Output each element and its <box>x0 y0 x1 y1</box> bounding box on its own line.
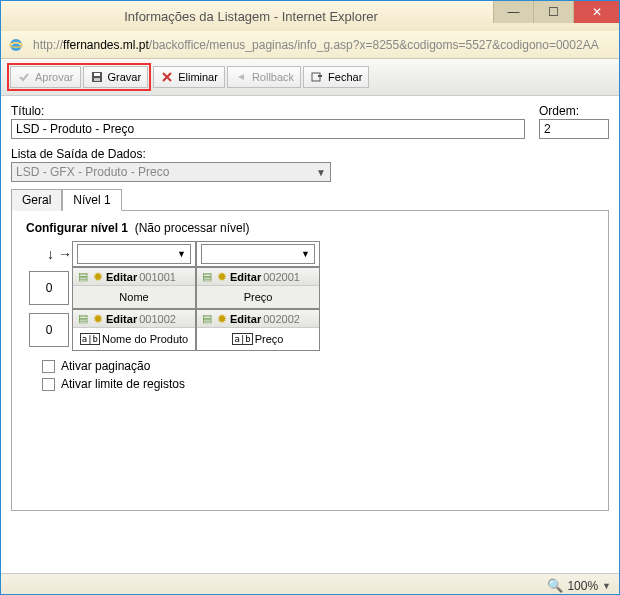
chk-limite-label: Ativar limite de registos <box>61 377 185 391</box>
chk-paginacao-row: Ativar paginação <box>42 359 594 373</box>
config-title: Configurar nível 1 (Não processar nível) <box>26 221 594 235</box>
edit-label: Editar <box>230 271 261 283</box>
content-area: Título: Ordem: Lista de Saída de Dados: … <box>1 96 619 573</box>
titulo-input[interactable] <box>11 119 525 139</box>
cell-name: Preço <box>197 286 319 308</box>
edit-label: Editar <box>106 271 137 283</box>
check-icon <box>17 70 31 84</box>
lista-field: Lista de Saída de Dados: LSD - GFX - Pro… <box>11 147 609 182</box>
lista-select[interactable]: LSD - GFX - Produto - Preco ▼ <box>11 162 331 182</box>
close-button[interactable]: ✕ <box>573 1 619 23</box>
edit-label: Editar <box>106 313 137 325</box>
cell-head: ▤ ✹ Editar 001001 <box>73 268 195 286</box>
cell-id: 001002 <box>139 313 176 325</box>
eliminar-button[interactable]: Eliminar <box>153 66 225 88</box>
chk-paginacao[interactable] <box>42 360 55 373</box>
lista-value: LSD - GFX - Produto - Preco <box>16 165 169 179</box>
window-buttons: — ☐ ✕ <box>493 1 619 31</box>
tab-panel: Configurar nível 1 (Não processar nível)… <box>11 211 609 511</box>
rollback-button[interactable]: Rollback <box>227 66 301 88</box>
status-bar: 🔍 100% ▼ <box>1 573 619 595</box>
url-host: ffernandes.ml.pt <box>63 38 149 52</box>
close-icon <box>310 70 324 84</box>
gravar-button[interactable]: Gravar <box>83 66 149 88</box>
titulo-label: Título: <box>11 104 525 118</box>
chk-limite[interactable] <box>42 378 55 391</box>
titulo-field: Título: <box>11 104 525 139</box>
sheet-icon: ▤ <box>200 270 213 283</box>
url-scheme: http:// <box>33 38 63 52</box>
aprovar-button[interactable]: Aprovar <box>10 66 81 88</box>
cell-head: ▤ ✹ Editar 002002 <box>197 310 319 328</box>
cell-head: ▤ ✹ Editar 002001 <box>197 268 319 286</box>
text-field-icon: a|b <box>80 333 100 345</box>
chevron-down-icon: ▼ <box>177 249 186 259</box>
row1-num[interactable]: 0 <box>29 271 69 305</box>
maximize-button[interactable]: ☐ <box>533 1 573 23</box>
eliminar-label: Eliminar <box>178 71 218 83</box>
cell-name: Nome <box>73 286 195 308</box>
cell-field: a|b Nome do Produto <box>73 328 195 350</box>
chevron-down-icon: ▼ <box>301 249 310 259</box>
text-field-icon: a|b <box>232 333 252 345</box>
chk-paginacao-label: Ativar paginação <box>61 359 150 373</box>
gear-icon: ✹ <box>91 312 104 325</box>
gear-icon: ✹ <box>215 312 228 325</box>
chevron-down-icon[interactable]: ▼ <box>602 581 611 591</box>
arrow-down-icon: ↓ <box>47 246 54 262</box>
aprovar-label: Aprovar <box>35 71 74 83</box>
gravar-label: Gravar <box>108 71 142 83</box>
axis-arrows: ↓ → <box>26 241 72 267</box>
col2-select-cell: ▼ <box>196 241 320 267</box>
sheet-icon: ▤ <box>76 312 89 325</box>
svg-rect-4 <box>94 78 100 81</box>
save-icon <box>90 70 104 84</box>
cell-2-2[interactable]: ▤ ✹ Editar 002002 a|b Preço <box>196 309 320 351</box>
cell-head: ▤ ✹ Editar 001002 <box>73 310 195 328</box>
config-grid: ↓ → ▼ ▼ 0 ▤ ✹ Editar 001001 Nome <box>26 241 594 351</box>
svg-rect-3 <box>94 73 100 76</box>
col2-select[interactable]: ▼ <box>201 244 315 264</box>
config-title-rest: (Não processar nível) <box>135 221 250 235</box>
cell-1-1[interactable]: ▤ ✹ Editar 001001 Nome <box>72 267 196 309</box>
tab-strip: Geral Nível 1 <box>11 188 609 211</box>
ie-icon <box>7 36 25 54</box>
cell-2-1[interactable]: ▤ ✹ Editar 001002 a|b Nome do Produto <box>72 309 196 351</box>
lista-label: Lista de Saída de Dados: <box>11 147 609 161</box>
cell-id: 002001 <box>263 271 300 283</box>
url-display[interactable]: http://ffernandes.ml.pt/backoffice/menus… <box>29 36 613 54</box>
toolbar: Aprovar Gravar Eliminar Rollback Fechar <box>1 59 619 96</box>
row2-num[interactable]: 0 <box>29 313 69 347</box>
cell-id: 001001 <box>139 271 176 283</box>
cell-id: 002002 <box>263 313 300 325</box>
gear-icon: ✹ <box>215 270 228 283</box>
rollback-icon <box>234 70 248 84</box>
highlight-box: Aprovar Gravar <box>7 63 151 91</box>
zoom-icon[interactable]: 🔍 <box>547 578 563 593</box>
gear-icon: ✹ <box>91 270 104 283</box>
chk-limite-row: Ativar limite de registos <box>42 377 594 391</box>
window-title: Informações da Listagem - Internet Explo… <box>9 9 493 24</box>
ordem-input[interactable] <box>539 119 609 139</box>
zoom-value: 100% <box>567 579 598 593</box>
fechar-button[interactable]: Fechar <box>303 66 369 88</box>
config-title-bold: Configurar nível 1 <box>26 221 128 235</box>
rollback-label: Rollback <box>252 71 294 83</box>
arrow-right-icon: → <box>58 246 72 262</box>
ordem-field: Ordem: <box>539 104 609 139</box>
delete-icon <box>160 70 174 84</box>
url-path: /backoffice/menus_paginas/info_g.asp?x=8… <box>149 38 599 52</box>
ordem-label: Ordem: <box>539 104 609 118</box>
cell-field: a|b Preço <box>197 328 319 350</box>
sheet-icon: ▤ <box>200 312 213 325</box>
sheet-icon: ▤ <box>76 270 89 283</box>
window-titlebar: Informações da Listagem - Internet Explo… <box>1 1 619 31</box>
address-bar: http://ffernandes.ml.pt/backoffice/menus… <box>1 31 619 59</box>
col1-select[interactable]: ▼ <box>77 244 191 264</box>
tab-nivel1[interactable]: Nível 1 <box>62 189 121 211</box>
edit-label: Editar <box>230 313 261 325</box>
tab-geral[interactable]: Geral <box>11 189 62 211</box>
minimize-button[interactable]: — <box>493 1 533 23</box>
cell-1-2[interactable]: ▤ ✹ Editar 002001 Preço <box>196 267 320 309</box>
fechar-label: Fechar <box>328 71 362 83</box>
